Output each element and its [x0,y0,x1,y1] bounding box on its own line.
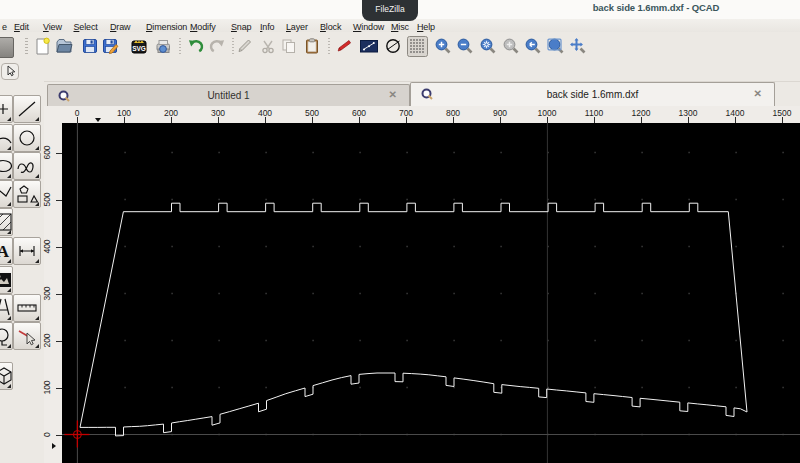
svg-text:SVG: SVG [132,45,146,52]
